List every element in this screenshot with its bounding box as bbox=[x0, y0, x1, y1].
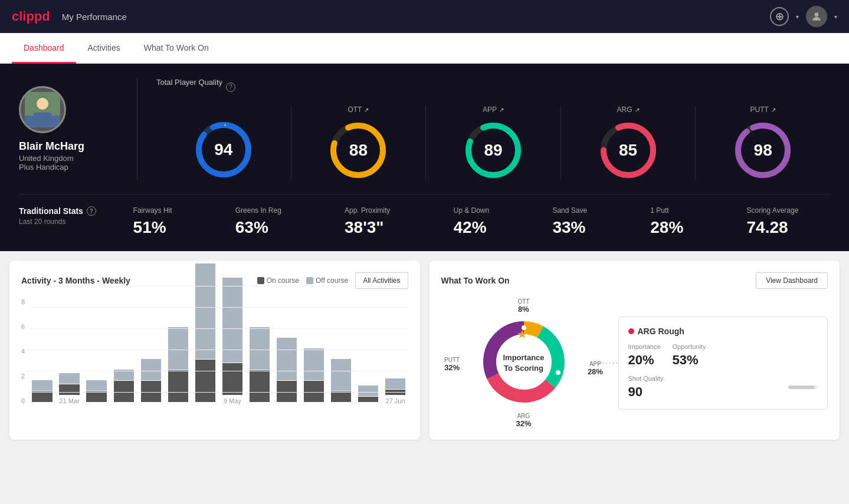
bar-stack bbox=[250, 327, 270, 402]
x-axis-label: 21 Mar bbox=[60, 397, 80, 404]
bar-group: 27 Jun bbox=[383, 298, 408, 404]
arg-score-item: ARG ↗ 85 bbox=[560, 106, 696, 180]
putt-segment-label: PUTT 32% bbox=[444, 357, 460, 372]
bar-stack bbox=[277, 338, 297, 402]
bar-on-course bbox=[32, 391, 52, 402]
bottom-section: Activity - 3 Months - Weekly On course O… bbox=[0, 251, 849, 449]
connector-line bbox=[595, 363, 618, 364]
bar-off-course bbox=[168, 327, 188, 370]
dark-panel-top: Blair McHarg United Kingdom Plus Handica… bbox=[19, 78, 830, 180]
donut-center-text: ImportanceTo Scoring bbox=[503, 353, 544, 374]
legend-on-course: On course bbox=[257, 276, 299, 285]
arg-trend-icon: ↗ bbox=[635, 107, 640, 113]
tpq-label-row: Total Player Quality ? bbox=[156, 78, 830, 96]
bar-off-course bbox=[358, 386, 378, 396]
bar-on-course bbox=[195, 360, 215, 402]
bar-group bbox=[356, 298, 381, 404]
putt-label: PUTT ↗ bbox=[750, 106, 776, 114]
avatar-dropdown-arrow: ▾ bbox=[834, 14, 837, 20]
y-axis-label: 2 bbox=[21, 373, 25, 380]
stat-name: Up & Down bbox=[454, 206, 490, 215]
add-button[interactable]: ⊕ bbox=[770, 7, 789, 26]
bar-stack bbox=[141, 359, 161, 402]
chart-bars-wrapper: 21 Mar9 May27 Jun bbox=[29, 298, 408, 416]
y-axis-label: 6 bbox=[21, 323, 25, 330]
bar-off-course bbox=[222, 278, 242, 363]
legend-on-course-dot bbox=[257, 277, 264, 284]
tab-activities[interactable]: Activities bbox=[76, 34, 132, 64]
logo[interactable]: clippd bbox=[12, 9, 50, 24]
bar-group: 9 May bbox=[219, 298, 245, 404]
svg-point-22 bbox=[556, 370, 560, 375]
tab-what-to-work-on[interactable]: What To Work On bbox=[132, 34, 221, 64]
legend-on-course-label: On course bbox=[267, 276, 299, 285]
x-axis-label: 27 Jun bbox=[386, 397, 405, 404]
header-right: ⊕ ▾ ▾ bbox=[770, 6, 837, 27]
bar-off-course bbox=[141, 359, 161, 380]
header-left: clippd My Performance bbox=[12, 9, 127, 24]
bar-off-course bbox=[277, 338, 297, 380]
bar-stack bbox=[32, 380, 52, 402]
bar-on-course bbox=[141, 381, 161, 402]
stat-name: App. Proximity bbox=[345, 206, 390, 215]
bar-stack bbox=[222, 278, 242, 395]
bars-area: 21 Mar9 May27 Jun bbox=[29, 298, 408, 416]
x-axis-label: 9 May bbox=[224, 397, 241, 404]
bar-on-course bbox=[331, 391, 351, 402]
page-title: My Performance bbox=[62, 12, 127, 22]
stat-value: 63% bbox=[235, 218, 281, 237]
bar-stack bbox=[304, 348, 324, 402]
arg-rough-info-card: ARG Rough Importance 20% Opportunity 53%… bbox=[618, 317, 828, 410]
view-dashboard-button[interactable]: View Dashboard bbox=[756, 272, 828, 289]
chart-y-axis: 02468 bbox=[21, 298, 25, 416]
user-avatar-button[interactable] bbox=[806, 6, 827, 27]
bar-off-course bbox=[86, 380, 106, 391]
app-trend-icon: ↗ bbox=[499, 107, 504, 113]
bar-group bbox=[247, 298, 272, 404]
metrics-row: Importance 20% Opportunity 53% bbox=[628, 343, 818, 368]
legend-off-course-label: Off course bbox=[316, 276, 348, 285]
bar-group bbox=[328, 298, 353, 404]
wtwo-title: What To Work On bbox=[441, 276, 510, 285]
stats-label-col: Traditional Stats ? Last 20 rounds bbox=[19, 206, 101, 226]
y-axis-label: 0 bbox=[21, 397, 25, 404]
dark-panel: Blair McHarg United Kingdom Plus Handica… bbox=[0, 64, 849, 251]
svg-rect-4 bbox=[25, 116, 34, 127]
ott-score-item: OTT ↗ 88 bbox=[291, 106, 426, 180]
tpq-section: Total Player Quality ? 94 bbox=[137, 78, 830, 180]
shot-quality-value: 90 bbox=[628, 384, 664, 400]
opportunity-metric: Opportunity 53% bbox=[673, 343, 706, 368]
ott-label: OTT ↗ bbox=[348, 106, 369, 114]
donut-chart-area: OTT 8% PUTT 32% APP 28% ARG bbox=[441, 298, 607, 428]
y-axis-label: 8 bbox=[21, 298, 25, 305]
all-activities-button[interactable]: All Activities bbox=[355, 272, 408, 289]
activity-chart-card: Activity - 3 Months - Weekly On course O… bbox=[9, 261, 420, 440]
tpq-label: Total Player Quality bbox=[156, 78, 222, 87]
bar-stack bbox=[385, 378, 405, 395]
stat-value: 74.28 bbox=[747, 218, 799, 237]
bar-off-course bbox=[59, 373, 79, 384]
shot-quality-bar bbox=[788, 386, 818, 389]
stat-value: 51% bbox=[133, 218, 172, 237]
bar-on-course bbox=[250, 370, 270, 402]
bar-stack bbox=[114, 370, 134, 402]
stats-info-icon[interactable]: ? bbox=[87, 206, 96, 216]
stats-row: Traditional Stats ? Last 20 rounds Fairw… bbox=[19, 194, 830, 237]
app-score-value: 89 bbox=[484, 141, 502, 160]
bar-group bbox=[111, 298, 136, 404]
arg-dot-icon bbox=[628, 328, 634, 334]
tab-dashboard[interactable]: Dashboard bbox=[12, 34, 76, 64]
bar-stack bbox=[86, 380, 106, 402]
bar-off-course bbox=[195, 263, 215, 359]
app-circle: 89 bbox=[464, 121, 523, 180]
stat-item: Sand Save 33% bbox=[552, 206, 587, 237]
tpq-info-icon[interactable]: ? bbox=[226, 83, 235, 92]
ott-trend-icon: ↗ bbox=[364, 107, 369, 113]
bar-on-course bbox=[59, 384, 79, 395]
stat-item: Up & Down 42% bbox=[454, 206, 490, 237]
svg-rect-3 bbox=[34, 113, 51, 127]
opportunity-label: Opportunity bbox=[673, 343, 706, 350]
scores-row: 94 OTT ↗ bbox=[156, 106, 830, 180]
svg-point-0 bbox=[815, 12, 819, 17]
avatar-image bbox=[25, 92, 60, 127]
